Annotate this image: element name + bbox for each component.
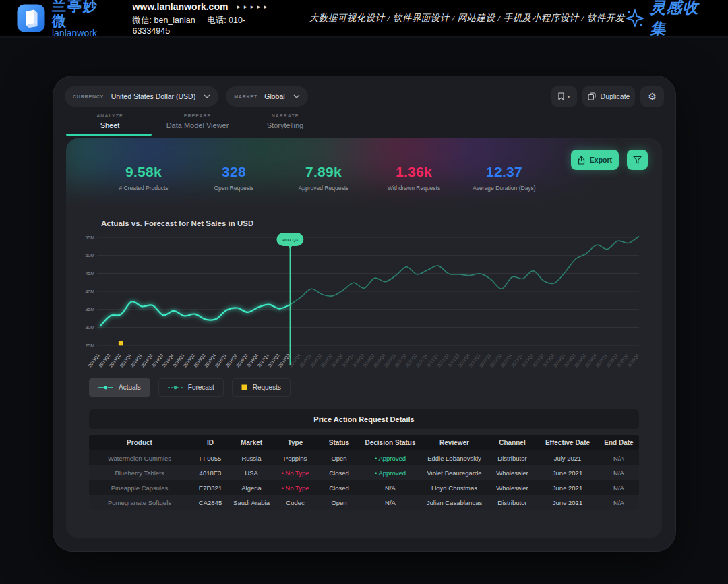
cell-market: Russia — [231, 455, 272, 462]
svg-text:35M: 35M — [85, 307, 94, 312]
tab-data-model-viewer[interactable]: PREPAREData Model Viewer — [154, 113, 241, 136]
wechat-text: 微信: ben_lanlan — [133, 16, 195, 25]
kpi-value: 12.37 — [473, 164, 535, 180]
kpi-label: Open Requests — [214, 185, 253, 192]
cell-market: Algeria — [231, 484, 272, 492]
cell-product: Pineapple Capsules — [89, 484, 190, 492]
cell-product: Pomegranate Softgels — [89, 499, 190, 506]
net-sales-line-chart[interactable]: 55M50M45M40M35M30M25M2013Q12013Q22013Q32… — [74, 229, 654, 376]
column-header-type: Type — [272, 439, 318, 446]
sparkle-star-icon — [625, 8, 645, 28]
svg-text:40M: 40M — [85, 289, 94, 294]
table-title-bar: Price Action Request Details — [89, 409, 639, 429]
cell-reviewer: Violet Beauregarde — [421, 469, 488, 477]
export-label: Export — [590, 156, 612, 164]
legend-toggle-actuals[interactable]: Actuals — [89, 378, 150, 397]
kpi-value: 7.89k — [299, 164, 349, 180]
market-dropdown[interactable]: MARKET: Global — [226, 86, 307, 107]
svg-text:2025Q4: 2025Q4 — [626, 353, 640, 368]
requests-point — [119, 341, 123, 345]
legend-label: Forecast — [188, 384, 214, 391]
kpi-value: 1.36k — [388, 164, 440, 180]
column-header-market: Market — [231, 439, 272, 446]
legend-toggle-forecast[interactable]: Forecast — [158, 378, 224, 397]
cell-status: Closed — [318, 469, 360, 477]
duplicate-icon — [588, 92, 596, 100]
kpi-open-requests: 328Open Requests — [214, 164, 253, 192]
column-header-channel: Channel — [488, 439, 537, 446]
sheet-panel: Export 9.58k# Created Products328Open Re… — [66, 138, 662, 538]
kpi-label: Withdrawn Requests — [388, 185, 440, 192]
settings-button[interactable]: ⚙ — [640, 86, 664, 107]
bookmark-button[interactable]: ▾ — [551, 86, 577, 107]
cell-effective: June 2021 — [537, 499, 599, 506]
website-link[interactable]: www.lanlanwork.com — [133, 1, 229, 12]
market-label: MARKET: — [234, 94, 259, 99]
tab-storytelling[interactable]: NARRATEStorytelling — [241, 113, 329, 136]
kpi-average-duration-days-: 12.37Average Duration (Days) — [473, 164, 535, 192]
market-value: Global — [264, 92, 284, 100]
filter-button[interactable] — [627, 150, 648, 170]
collect-block: 灵感收集 — [625, 0, 715, 39]
cell-product: Blueberry Tablets — [89, 469, 190, 477]
export-button[interactable]: Export — [571, 150, 619, 170]
cell-channel: Distributor — [488, 499, 537, 506]
svg-text:50M: 50M — [85, 253, 94, 258]
tab-sheet[interactable]: ANALYZESheet — [66, 113, 154, 136]
cell-channel: Wholesaler — [488, 484, 537, 492]
cell-end: N/A — [599, 455, 639, 462]
currency-dropdown[interactable]: CURRENCY: United States Dollar (USD) — [65, 86, 218, 107]
tab-label: Storytelling — [241, 121, 329, 129]
cell-channel: Distributor — [488, 455, 537, 462]
legend-toggle-requests[interactable]: Requests — [232, 378, 291, 397]
tabs-row: ANALYZESheetPREPAREData Model ViewerNARR… — [66, 113, 329, 136]
table-title: Price Action Request Details — [313, 415, 414, 424]
duplicate-label: Duplicate — [601, 92, 630, 100]
table-row[interactable]: Blueberry Tablets4018E3USA• No TypeClose… — [89, 465, 639, 480]
duplicate-button[interactable]: Duplicate — [582, 86, 635, 107]
table-row[interactable]: Pomegranate SoftgelsCA2845Saudi ArabiaCo… — [89, 495, 639, 510]
brand-name-en: lanlanwork — [52, 28, 114, 38]
cell-market: USA — [231, 469, 272, 477]
chevron-down-icon — [293, 94, 300, 98]
cell-decision: N/A — [360, 499, 421, 506]
kpi-withdrawn-requests: 1.36kWithdrawn Requests — [388, 164, 440, 192]
cell-id: 4018E3 — [190, 469, 231, 477]
cell-reviewer: Lloyd Christmas — [421, 484, 488, 492]
actuals-legend-icon — [98, 385, 113, 390]
legend-label: Actuals — [119, 384, 141, 391]
kpi-approved-requests: 7.89kApproved Requests — [299, 164, 349, 192]
chevron-down-icon — [204, 94, 210, 98]
kpi-label: # Created Products — [119, 185, 168, 192]
tab-label: Data Model Viewer — [154, 121, 241, 129]
kpi--created-products: 9.58k# Created Products — [119, 164, 168, 192]
svg-text:2017 Q3: 2017 Q3 — [282, 238, 299, 242]
column-header-decision-status: Decision Status — [360, 439, 421, 446]
cell-status: Open — [318, 499, 360, 506]
legend-label: Requests — [253, 384, 281, 391]
cell-effective: June 2021 — [537, 484, 599, 492]
cell-type: Codec — [272, 499, 318, 506]
cell-decision: • Approved — [360, 455, 421, 462]
controls-row: CURRENCY: United States Dollar (USD) MAR… — [65, 86, 664, 107]
cell-end: N/A — [599, 469, 639, 477]
tab-label: Sheet — [66, 121, 154, 129]
collect-label: 灵感收集 — [650, 0, 715, 39]
cell-reviewer: Julian Casablancas — [421, 499, 488, 506]
cell-product: Watermelon Gummies — [89, 455, 190, 462]
cell-market: Saudi Arabia — [231, 499, 272, 506]
tab-group-label: ANALYZE — [66, 113, 154, 118]
caret-down-icon: ▾ — [567, 94, 570, 100]
cell-end: N/A — [599, 499, 639, 506]
tab-group-label: PREPARE — [154, 113, 241, 118]
gear-icon: ⚙ — [648, 91, 657, 102]
svg-text:45M: 45M — [85, 271, 94, 276]
export-icon — [578, 156, 585, 165]
kpi-label: Approved Requests — [299, 185, 349, 192]
table-row[interactable]: Watermelon GummiesFF0055RussiaPoppinsOpe… — [89, 450, 639, 465]
column-header-status: Status — [318, 439, 360, 446]
column-header-product: Product — [89, 439, 190, 446]
table-row[interactable]: Pineapple CapsulesE7D321Algeria• No Type… — [89, 480, 639, 495]
cell-type: • No Type — [272, 469, 318, 477]
cell-status: Open — [318, 455, 360, 462]
